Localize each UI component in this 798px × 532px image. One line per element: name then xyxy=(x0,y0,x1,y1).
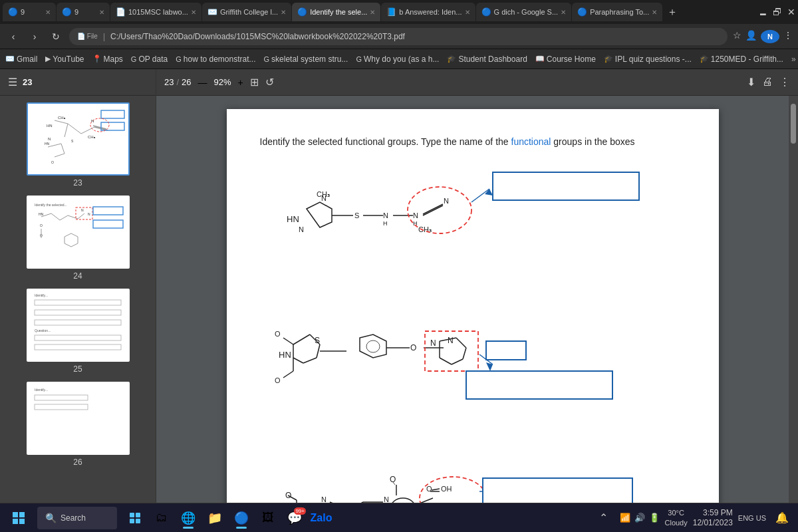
extension-menu-icon[interactable]: ⋮ xyxy=(783,30,793,43)
notification-center-button[interactable]: 🔔 xyxy=(771,507,793,529)
close-window-icon[interactable]: ✕ xyxy=(787,7,795,17)
tab-1-close[interactable]: ✕ xyxy=(45,9,51,16)
svg-text:S: S xyxy=(354,211,359,219)
sidebar-toggle-icon[interactable]: ☰ xyxy=(8,76,17,88)
network-icon[interactable]: 📶 xyxy=(620,513,630,523)
thumbnail-page-23[interactable]: N CH₃ CH₃ HN N S HN O 2 xyxy=(7,102,149,188)
tab-3[interactable]: 📄 1015MSC labwo... ✕ xyxy=(110,3,201,21)
taskbar-app-msg[interactable]: 💬 99+ xyxy=(282,506,307,530)
svg-text:N: N xyxy=(88,212,90,216)
thumbnail-page-24[interactable]: Identify the selected... N N xyxy=(7,196,149,281)
1250med-icon: 🎓 xyxy=(700,55,709,63)
bookmark-demonstrate[interactable]: G how to demonstrat... xyxy=(176,55,255,64)
clock-time: 3:59 PM xyxy=(703,508,733,517)
forward-button[interactable]: › xyxy=(27,31,43,42)
tab-4-close[interactable]: ✕ xyxy=(281,9,286,16)
bookmark-gmail[interactable]: ✉️ Gmail xyxy=(5,55,37,64)
svg-text:N: N xyxy=(383,211,388,219)
bookmark-skeletal[interactable]: G skeletal system stru... xyxy=(264,55,348,64)
tab-5[interactable]: 🔵 Identify the sele... ✕ xyxy=(292,3,380,21)
address-input[interactable]: 📄 File | C:/Users/Thao%20Dao/Downloads/1… xyxy=(69,28,728,45)
more-bookmarks-icon[interactable]: » xyxy=(791,55,796,64)
start-button[interactable] xyxy=(5,506,32,530)
zoom-out-button[interactable]: — xyxy=(198,77,207,88)
tab-3-title: 1015MSC labwo... xyxy=(128,8,188,16)
bookmark-ipl[interactable]: 🎓 IPL quiz questions -... xyxy=(604,55,692,64)
profile-icon[interactable]: 👤 xyxy=(745,30,757,43)
taskbar-app-photos[interactable]: 🖼 xyxy=(255,506,281,530)
tab-7-close[interactable]: ✕ xyxy=(561,9,566,16)
maximize-icon[interactable]: 🗗 xyxy=(773,7,782,17)
clock: 3:59 PM 12/01/2023 xyxy=(693,508,733,527)
tab-3-close[interactable]: ✕ xyxy=(191,9,196,16)
tab-5-close[interactable]: ✕ xyxy=(370,9,375,16)
bookmark-student[interactable]: 🎓 Student Dashboard xyxy=(447,55,527,64)
molecule-svg-2: HN O O xyxy=(260,305,686,411)
tab-6-close[interactable]: ✕ xyxy=(465,9,470,16)
thumbnail-page-25[interactable]: Identify... Question... 25 xyxy=(7,289,149,374)
bookmark-course-label: Course Home xyxy=(547,55,596,64)
bookmark-star-icon[interactable]: ☆ xyxy=(733,30,741,43)
taskbar-app-chrome[interactable]: 🔵 xyxy=(229,506,254,530)
taskbar-app-zalo[interactable]: Zalo xyxy=(309,506,334,530)
svg-line-119 xyxy=(432,489,440,490)
taskbar-app-files[interactable]: 📁 xyxy=(202,506,227,530)
download-icon[interactable]: ⬇ xyxy=(747,76,755,88)
page-indicator: 23 / 26 xyxy=(164,77,192,87)
svg-line-23 xyxy=(60,215,68,220)
back-button[interactable]: ‹ xyxy=(5,31,21,42)
rotate-icon[interactable]: ↺ xyxy=(265,76,274,88)
language-indicator: ENG US xyxy=(738,514,766,522)
pdf-content[interactable]: Identify the selected functional groups.… xyxy=(156,96,789,503)
bookmark-1250med[interactable]: 🎓 1250MED - Griffith... xyxy=(700,55,783,64)
battery-icon[interactable]: 🔋 xyxy=(649,513,660,523)
volume-icon[interactable]: 🔊 xyxy=(634,513,645,523)
svg-text:O: O xyxy=(51,160,54,164)
bookmark-why-label: Why do you (as a h... xyxy=(364,55,439,64)
reload-button[interactable]: ↻ xyxy=(48,31,64,42)
more-options-icon[interactable]: ⋮ xyxy=(779,76,790,88)
bookmark-opdata[interactable]: G OP data xyxy=(131,55,168,64)
fit-page-icon[interactable]: ⊞ xyxy=(250,76,259,88)
svg-rect-97 xyxy=(466,371,612,399)
notification-button[interactable]: ⌃ xyxy=(593,507,614,529)
pdf-thumbnails[interactable]: N CH₃ CH₃ HN N S HN O 2 xyxy=(0,96,156,503)
tab-4[interactable]: ✉️ Griffith College l... ✕ xyxy=(202,3,291,21)
scrollbar-thumb[interactable] xyxy=(791,104,796,144)
print-icon[interactable]: 🖨 xyxy=(762,76,773,88)
svg-text:S: S xyxy=(71,139,74,143)
svg-rect-41 xyxy=(35,335,121,340)
bookmark-youtube[interactable]: ▶ YouTube xyxy=(45,55,84,64)
svg-rect-129 xyxy=(19,512,25,517)
bookmark-course[interactable]: 📖 Course Home xyxy=(535,55,596,64)
svg-line-69 xyxy=(293,334,310,344)
thumbnail-page-26[interactable]: Identify... 26 xyxy=(7,382,149,467)
weather-condition: Cloudy xyxy=(665,519,688,527)
bookmark-maps[interactable]: 📍 Maps xyxy=(92,55,123,64)
minimize-icon[interactable]: 🗕 xyxy=(758,7,767,17)
new-tab-button[interactable]: ＋ xyxy=(663,5,682,19)
svg-rect-38 xyxy=(35,310,121,315)
pdf-scrollbar[interactable] xyxy=(789,96,798,503)
widgets-icon: 🗂 xyxy=(156,511,168,525)
file-protocol-icon: 📄 File xyxy=(77,33,98,40)
tab-8-close[interactable]: ✕ xyxy=(652,9,657,16)
tab-2[interactable]: 🔵 9 ✕ xyxy=(57,3,110,21)
user-avatar[interactable]: N xyxy=(761,30,779,43)
tab-7[interactable]: 🔵 G dich - Google S... ✕ xyxy=(476,3,572,21)
taskbar-app-widgets[interactable]: 🗂 xyxy=(149,506,174,530)
taskbar-app-edge[interactable]: 🌐 xyxy=(176,506,201,530)
bookmark-why[interactable]: G Why do you (as a h... xyxy=(356,55,439,64)
chevron-up-icon: ⌃ xyxy=(599,511,608,524)
youtube-icon: ▶ xyxy=(45,55,51,63)
tab-1[interactable]: 🔵 9 ✕ xyxy=(3,3,56,21)
tab-2-close[interactable]: ✕ xyxy=(99,9,104,16)
svg-line-59 xyxy=(423,205,443,215)
svg-rect-128 xyxy=(13,512,18,517)
tab-8[interactable]: 🔵 Paraphrasing To... ✕ xyxy=(572,3,662,21)
taskbar-app-explorer[interactable] xyxy=(122,506,148,530)
tab-6[interactable]: 📘 b Answered: Iden... ✕ xyxy=(381,3,475,21)
language-label: ENG US xyxy=(738,514,766,522)
zoom-in-button[interactable]: + xyxy=(238,77,243,88)
taskbar-search[interactable]: 🔍 Search xyxy=(37,507,117,529)
